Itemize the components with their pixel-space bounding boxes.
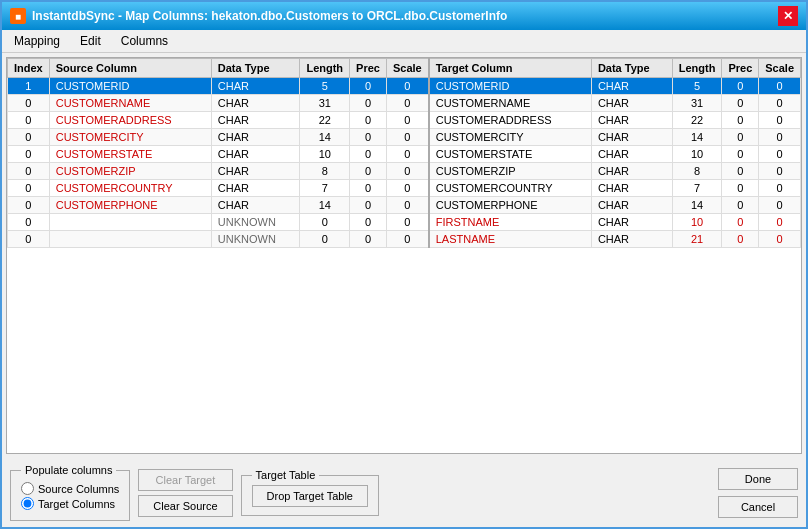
table-cell: CUSTOMERZIP: [49, 163, 211, 180]
table-cell: CHAR: [591, 78, 672, 95]
table-cell: 0: [759, 112, 801, 129]
table-row[interactable]: 0CUSTOMERADDRESSCHAR2200CUSTOMERADDRESSC…: [8, 112, 801, 129]
table-cell: 0: [759, 95, 801, 112]
table-cell: 31: [300, 95, 350, 112]
table-wrapper: Index Source Column Data Type Length Pre…: [6, 57, 802, 454]
table-cell: CUSTOMERID: [429, 78, 592, 95]
table-cell: 0: [722, 95, 759, 112]
table-cell: CUSTOMERID: [49, 78, 211, 95]
table-cell: 7: [672, 180, 722, 197]
menu-edit[interactable]: Edit: [72, 32, 109, 50]
table-cell: 0: [350, 95, 387, 112]
table-cell: 0: [722, 146, 759, 163]
table-cell: 14: [300, 197, 350, 214]
source-columns-label[interactable]: Source Columns: [38, 483, 119, 495]
table-cell: 0: [386, 112, 428, 129]
table-cell: 0: [759, 78, 801, 95]
table-cell: CUSTOMERADDRESS: [49, 112, 211, 129]
close-button[interactable]: ✕: [778, 6, 798, 26]
table-cell: 0: [759, 214, 801, 231]
table-cell: LASTNAME: [429, 231, 592, 248]
window-title: InstantdbSync - Map Columns: hekaton.dbo…: [32, 9, 507, 23]
main-window: ■ InstantdbSync - Map Columns: hekaton.d…: [0, 0, 808, 529]
target-table-group: Target Table Drop Target Table: [241, 469, 379, 516]
populate-columns-legend: Populate columns: [21, 464, 116, 476]
table-cell: 14: [672, 197, 722, 214]
table-cell: 0: [722, 129, 759, 146]
menu-mapping[interactable]: Mapping: [6, 32, 68, 50]
table-cell: 0: [8, 112, 50, 129]
table-cell: CHAR: [211, 112, 300, 129]
clear-source-button[interactable]: Clear Source: [138, 495, 232, 517]
table-cell: 7: [300, 180, 350, 197]
menu-bar: Mapping Edit Columns: [2, 30, 806, 53]
table-cell: CHAR: [591, 95, 672, 112]
target-columns-radio[interactable]: [21, 497, 34, 510]
target-radio-row: Target Columns: [21, 497, 119, 510]
clear-target-button[interactable]: Clear Target: [138, 469, 232, 491]
table-row[interactable]: 0CUSTOMERZIPCHAR800CUSTOMERZIPCHAR800: [8, 163, 801, 180]
source-radio-row: Source Columns: [21, 482, 119, 495]
table-row[interactable]: 1CUSTOMERIDCHAR500CUSTOMERIDCHAR500: [8, 78, 801, 95]
table-cell: CHAR: [211, 197, 300, 214]
table-cell: 22: [300, 112, 350, 129]
table-row[interactable]: 0CUSTOMERCITYCHAR1400CUSTOMERCITYCHAR140…: [8, 129, 801, 146]
target-columns-label[interactable]: Target Columns: [38, 498, 115, 510]
table-cell: CHAR: [211, 163, 300, 180]
menu-columns[interactable]: Columns: [113, 32, 176, 50]
table-row[interactable]: 0CUSTOMERCOUNTRYCHAR700CUSTOMERCOUNTRYCH…: [8, 180, 801, 197]
table-cell: 10: [672, 214, 722, 231]
table-cell: 0: [722, 180, 759, 197]
cancel-button[interactable]: Cancel: [718, 496, 798, 518]
table-cell: [49, 214, 211, 231]
table-cell: CUSTOMERSTATE: [49, 146, 211, 163]
header-target-datatype: Data Type: [591, 59, 672, 78]
table-cell: 0: [386, 129, 428, 146]
populate-columns-group: Populate columns Source Columns Target C…: [10, 464, 130, 521]
table-cell: 0: [350, 231, 387, 248]
table-row[interactable]: 0UNKNOWN000LASTNAMECHAR2100: [8, 231, 801, 248]
table-cell: CHAR: [591, 129, 672, 146]
table-cell: 0: [350, 180, 387, 197]
table-cell: 1: [8, 78, 50, 95]
table-cell: 0: [350, 214, 387, 231]
table-cell: 0: [386, 180, 428, 197]
app-icon: ■: [10, 8, 26, 24]
table-cell: CUSTOMERCITY: [429, 129, 592, 146]
table-cell: CHAR: [591, 146, 672, 163]
table-row[interactable]: 0CUSTOMERPHONECHAR1400CUSTOMERPHONECHAR1…: [8, 197, 801, 214]
table-cell: CUSTOMERCOUNTRY: [49, 180, 211, 197]
table-row[interactable]: 0UNKNOWN000FIRSTNAMECHAR1000: [8, 214, 801, 231]
table-cell: 0: [8, 197, 50, 214]
table-cell: 0: [350, 129, 387, 146]
table-row[interactable]: 0CUSTOMERSTATECHAR1000CUSTOMERSTATECHAR1…: [8, 146, 801, 163]
table-cell: 0: [386, 146, 428, 163]
table-cell: 5: [672, 78, 722, 95]
table-cell: CHAR: [211, 78, 300, 95]
table-cell: CHAR: [591, 231, 672, 248]
table-cell: 0: [759, 146, 801, 163]
source-columns-radio[interactable]: [21, 482, 34, 495]
table-cell: 0: [350, 163, 387, 180]
table-body: 1CUSTOMERIDCHAR500CUSTOMERIDCHAR5000CUST…: [8, 78, 801, 248]
table-row[interactable]: 0CUSTOMERNAMECHAR3100CUSTOMERNAMECHAR310…: [8, 95, 801, 112]
target-table-legend: Target Table: [252, 469, 320, 481]
table-cell: 31: [672, 95, 722, 112]
table-cell: CHAR: [591, 214, 672, 231]
drop-target-table-button[interactable]: Drop Target Table: [252, 485, 368, 507]
title-bar: ■ InstantdbSync - Map Columns: hekaton.d…: [2, 2, 806, 30]
table-cell: 0: [300, 231, 350, 248]
table-cell: CHAR: [211, 146, 300, 163]
table-cell: 0: [386, 95, 428, 112]
table-cell: 8: [672, 163, 722, 180]
table-cell: CUSTOMERSTATE: [429, 146, 592, 163]
table-cell: 10: [300, 146, 350, 163]
table-cell: 0: [386, 163, 428, 180]
action-buttons: Done Cancel: [718, 468, 798, 518]
header-index: Index: [8, 59, 50, 78]
table-cell: CHAR: [591, 163, 672, 180]
table-cell: 0: [759, 231, 801, 248]
done-button[interactable]: Done: [718, 468, 798, 490]
table-cell: 0: [759, 197, 801, 214]
table-cell: 5: [300, 78, 350, 95]
